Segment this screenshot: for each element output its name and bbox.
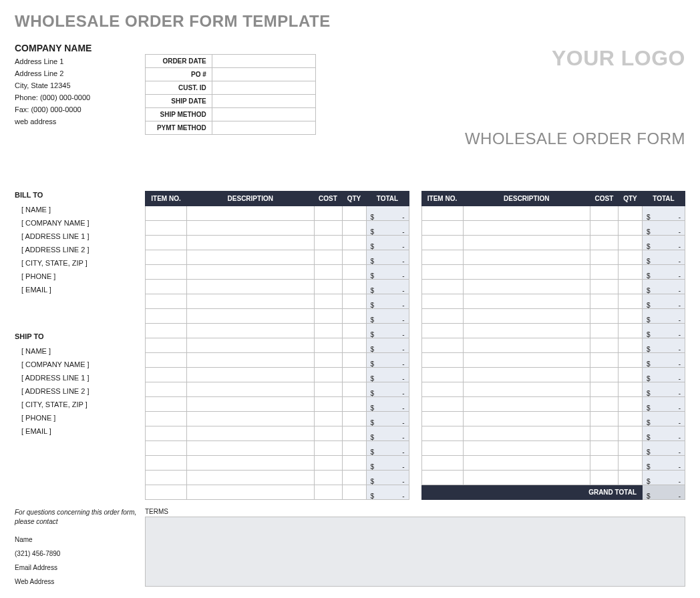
qty-cell[interactable] [619, 338, 643, 353]
item-no-cell[interactable] [421, 412, 463, 426]
billto-company[interactable]: [ COMPANY NAME ] [21, 219, 145, 227]
description-cell[interactable] [187, 309, 315, 324]
item-no-cell[interactable] [146, 236, 187, 250]
item-no-cell[interactable] [146, 324, 187, 338]
cost-cell[interactable] [590, 324, 619, 338]
description-cell[interactable] [463, 426, 590, 441]
item-no-cell[interactable] [421, 309, 463, 324]
item-no-cell[interactable] [146, 280, 187, 294]
cost-cell[interactable] [590, 265, 619, 280]
description-cell[interactable] [463, 309, 590, 324]
item-no-cell[interactable] [421, 250, 463, 265]
qty-cell[interactable] [342, 294, 366, 309]
item-no-cell[interactable] [146, 221, 187, 236]
description-cell[interactable] [463, 294, 590, 309]
description-cell[interactable] [187, 456, 315, 471]
description-cell[interactable] [463, 338, 590, 353]
description-cell[interactable] [463, 206, 590, 221]
cost-cell[interactable] [314, 441, 342, 456]
qty-cell[interactable] [342, 324, 366, 338]
item-no-cell[interactable] [421, 456, 463, 471]
cost-cell[interactable] [314, 412, 342, 426]
description-cell[interactable] [463, 236, 590, 250]
item-no-cell[interactable] [146, 397, 187, 412]
qty-cell[interactable] [342, 280, 366, 294]
shipto-address1[interactable]: [ ADDRESS LINE 1 ] [21, 374, 145, 382]
cost-cell[interactable] [590, 397, 619, 412]
item-no-cell[interactable] [146, 250, 187, 265]
qty-cell[interactable] [342, 265, 366, 280]
shipto-phone[interactable]: [ PHONE ] [21, 414, 145, 422]
description-cell[interactable] [187, 221, 315, 236]
item-no-cell[interactable] [421, 368, 463, 382]
shipto-email[interactable]: [ EMAIL ] [21, 427, 145, 435]
cost-cell[interactable] [314, 485, 342, 500]
qty-cell[interactable] [619, 294, 643, 309]
cost-cell[interactable] [590, 368, 619, 382]
description-cell[interactable] [187, 265, 315, 280]
description-cell[interactable] [463, 471, 590, 485]
qty-cell[interactable] [619, 221, 643, 236]
description-cell[interactable] [187, 236, 315, 250]
cost-cell[interactable] [314, 382, 342, 397]
qty-cell[interactable] [619, 368, 643, 382]
cost-cell[interactable] [590, 221, 619, 236]
cost-cell[interactable] [314, 250, 342, 265]
item-no-cell[interactable] [146, 412, 187, 426]
item-no-cell[interactable] [146, 353, 187, 368]
item-no-cell[interactable] [421, 353, 463, 368]
qty-cell[interactable] [619, 250, 643, 265]
item-no-cell[interactable] [421, 265, 463, 280]
cost-cell[interactable] [590, 441, 619, 456]
description-cell[interactable] [463, 250, 590, 265]
qty-cell[interactable] [342, 206, 366, 221]
description-cell[interactable] [187, 250, 315, 265]
billto-email[interactable]: [ EMAIL ] [21, 286, 145, 294]
billto-phone[interactable]: [ PHONE ] [21, 272, 145, 280]
item-no-cell[interactable] [421, 236, 463, 250]
qty-cell[interactable] [342, 426, 366, 441]
cost-cell[interactable] [590, 236, 619, 250]
description-cell[interactable] [463, 456, 590, 471]
billto-address2[interactable]: [ ADDRESS LINE 2 ] [21, 246, 145, 254]
cost-cell[interactable] [590, 471, 619, 485]
billto-city[interactable]: [ CITY, STATE, ZIP ] [21, 259, 145, 267]
qty-cell[interactable] [342, 221, 366, 236]
cost-cell[interactable] [314, 221, 342, 236]
meta-value[interactable] [212, 81, 315, 95]
qty-cell[interactable] [619, 265, 643, 280]
item-no-cell[interactable] [421, 324, 463, 338]
description-cell[interactable] [463, 280, 590, 294]
cost-cell[interactable] [590, 412, 619, 426]
billto-name[interactable]: [ NAME ] [21, 206, 145, 214]
qty-cell[interactable] [619, 412, 643, 426]
qty-cell[interactable] [619, 471, 643, 485]
qty-cell[interactable] [619, 426, 643, 441]
description-cell[interactable] [187, 324, 315, 338]
cost-cell[interactable] [314, 236, 342, 250]
meta-value[interactable] [212, 108, 315, 121]
cost-cell[interactable] [314, 353, 342, 368]
description-cell[interactable] [187, 485, 315, 500]
cost-cell[interactable] [314, 426, 342, 441]
cost-cell[interactable] [590, 206, 619, 221]
description-cell[interactable] [463, 412, 590, 426]
item-no-cell[interactable] [421, 426, 463, 441]
cost-cell[interactable] [590, 382, 619, 397]
cost-cell[interactable] [314, 368, 342, 382]
cost-cell[interactable] [590, 426, 619, 441]
cost-cell[interactable] [314, 456, 342, 471]
description-cell[interactable] [187, 206, 315, 221]
qty-cell[interactable] [342, 236, 366, 250]
cost-cell[interactable] [314, 265, 342, 280]
shipto-name[interactable]: [ NAME ] [21, 347, 145, 355]
cost-cell[interactable] [314, 324, 342, 338]
qty-cell[interactable] [619, 309, 643, 324]
item-no-cell[interactable] [421, 397, 463, 412]
item-no-cell[interactable] [146, 294, 187, 309]
qty-cell[interactable] [619, 324, 643, 338]
meta-value[interactable] [212, 68, 315, 81]
cost-cell[interactable] [314, 397, 342, 412]
meta-value[interactable] [212, 55, 315, 68]
shipto-city[interactable]: [ CITY, STATE, ZIP ] [21, 400, 145, 408]
